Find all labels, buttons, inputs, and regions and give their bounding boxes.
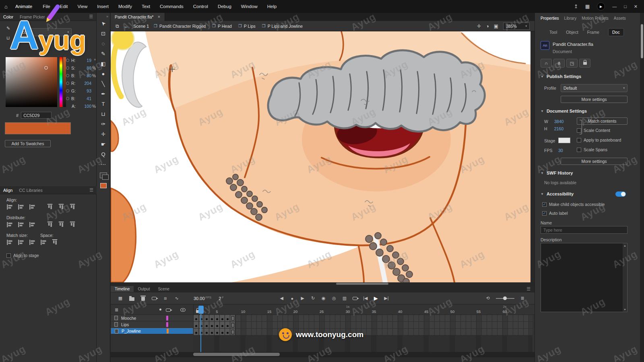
menu-modify[interactable]: Modify: [118, 4, 132, 9]
width-value[interactable]: 3840: [554, 119, 564, 124]
checkbox-checked-icon[interactable]: ✓: [542, 211, 547, 216]
publish-more-settings-button[interactable]: More settings: [561, 96, 627, 103]
keyframe-cell[interactable]: [199, 315, 204, 321]
lock-icon[interactable]: [579, 59, 590, 68]
keyframe-cell[interactable]: [194, 315, 199, 321]
height-value[interactable]: 2160: [554, 126, 564, 131]
panel-menu-icon[interactable]: ☰: [89, 187, 93, 193]
keyframe-cell[interactable]: [225, 329, 230, 335]
keyframe-cell[interactable]: [209, 315, 215, 321]
description-textarea[interactable]: [541, 243, 627, 312]
tab-align[interactable]: Align: [3, 188, 12, 193]
keyframe-cell[interactable]: [215, 315, 220, 321]
checkbox-icon[interactable]: [6, 253, 11, 258]
text-tool-icon[interactable]: T: [98, 99, 109, 109]
scroll-up-icon[interactable]: ▲: [623, 244, 626, 247]
playhead-marker[interactable]: [198, 306, 204, 314]
subselection-tool-icon[interactable]: ⊡: [98, 29, 109, 39]
distribute-center-vertical-icon[interactable]: [18, 222, 25, 227]
tab-scene[interactable]: Scene: [154, 286, 173, 292]
stroke-color-icon[interactable]: ✎: [6, 26, 10, 31]
edit-symbol-icon[interactable]: [100, 173, 107, 178]
outline-column-icon[interactable]: [159, 309, 161, 311]
channel-value[interactable]: 19: [78, 58, 91, 63]
hand-tool-icon[interactable]: ☛: [98, 139, 109, 149]
radio-icon[interactable]: [66, 59, 69, 62]
menu-view[interactable]: View: [78, 4, 88, 9]
quick-share-play-icon[interactable]: ▶: [597, 2, 605, 10]
distribute-center-horizontal-icon[interactable]: [59, 221, 64, 228]
fill-color-icon[interactable]: ⊔: [6, 35, 10, 41]
rotation-icon[interactable]: ◑: [486, 23, 489, 29]
hex-input[interactable]: [21, 112, 52, 119]
space-horizontal-icon[interactable]: [52, 239, 58, 246]
edit-symbols-icon[interactable]: ⧉: [116, 23, 119, 29]
menu-help[interactable]: Help: [267, 4, 277, 9]
layer-color-chip[interactable]: [167, 329, 169, 333]
align-center-horizontal-icon[interactable]: [18, 204, 25, 210]
panel-menu-icon[interactable]: ☰: [89, 14, 93, 19]
menu-window[interactable]: Window: [241, 4, 258, 9]
share-icon[interactable]: ↥: [574, 4, 578, 9]
alpha-slider[interactable]: [63, 57, 66, 107]
play-icon[interactable]: ▶: [371, 295, 381, 301]
checkbox-icon[interactable]: [577, 138, 581, 142]
line-tool-icon[interactable]: ╲: [98, 79, 109, 89]
channel-value[interactable]: 93: [78, 88, 91, 93]
close-tab-icon[interactable]: ✕: [157, 15, 161, 19]
apply-to-pasteboard-checkbox[interactable]: Apply to pasteboard: [577, 138, 621, 142]
stage-vertical-scrollbar[interactable]: [530, 31, 535, 282]
radio-icon[interactable]: [66, 89, 69, 93]
distribute-top-icon[interactable]: [6, 222, 13, 227]
delete-icon[interactable]: [138, 296, 148, 301]
channel-value[interactable]: 100: [78, 104, 91, 109]
add-to-swatches-button[interactable]: Add To Swatches: [5, 140, 51, 147]
keyframe-cell[interactable]: [215, 322, 220, 328]
current-frame-value[interactable]: 2: [219, 296, 221, 301]
menu-control[interactable]: Control: [193, 4, 208, 9]
tab-cc-libraries[interactable]: CC Libraries: [19, 188, 42, 193]
match-contents-button[interactable]: Match contents: [577, 117, 627, 125]
maximize-button[interactable]: □: [624, 4, 627, 9]
fps-value[interactable]: 30.00: [194, 296, 205, 301]
checkbox-icon[interactable]: [577, 148, 581, 152]
scrollbar-thumb[interactable]: [193, 353, 280, 356]
keyframe-cell[interactable]: [225, 315, 230, 321]
slider-knob[interactable]: [503, 296, 507, 300]
channel-value[interactable]: 80: [78, 73, 91, 78]
align-bottom-icon[interactable]: [70, 204, 76, 210]
app-menu-animate[interactable]: Animate: [15, 4, 32, 9]
timeline-zoom-slider[interactable]: [496, 298, 514, 299]
breadcrumb-item[interactable]: ❒P Lips and Jowline: [262, 24, 303, 29]
stage-canvas[interactable]: [111, 31, 530, 282]
oval-tool-icon[interactable]: ●: [98, 69, 109, 79]
menu-file[interactable]: File: [43, 4, 50, 9]
onion-outline-icon[interactable]: ◎: [329, 295, 339, 301]
edit-multiple-frames-icon[interactable]: ▥: [340, 295, 349, 301]
channel-value[interactable]: 80: [78, 66, 91, 70]
menu-edit[interactable]: Edit: [60, 4, 68, 9]
insert-keyframe-icon[interactable]: ▦: [116, 296, 125, 301]
hue-slider[interactable]: [60, 57, 62, 107]
scrollbar-thumb[interactable]: [641, 24, 643, 58]
rig-icon[interactable]: ⋔: [553, 59, 565, 68]
keyframe-cell[interactable]: [209, 322, 215, 328]
textarea-scrollbar[interactable]: ▲▼: [623, 243, 627, 312]
end-frame-cell[interactable]: [230, 322, 235, 328]
end-frame-cell[interactable]: [230, 329, 235, 335]
document-tab[interactable]: Pandit Character.fla* ✕: [111, 13, 165, 21]
new-folder-icon[interactable]: [127, 296, 136, 301]
window-scrollbar[interactable]: [640, 13, 644, 362]
breadcrumb-item[interactable]: ❒Pandit Character Rigged: [154, 24, 206, 29]
more-tools-icon[interactable]: ⋯: [98, 159, 109, 169]
keyframe-cell[interactable]: [194, 329, 199, 335]
keyframe-cell[interactable]: [204, 322, 209, 328]
layer-depth-icon[interactable]: ⧈: [161, 296, 170, 301]
asset-warp-tool-icon[interactable]: ✛: [98, 129, 109, 139]
close-button[interactable]: ✕: [634, 4, 638, 9]
collapse-panel-icon[interactable]: »: [106, 14, 108, 19]
workspace-icon[interactable]: ▦: [585, 4, 590, 9]
auto-label-checkbox[interactable]: ✓Auto label: [542, 211, 568, 216]
radio-icon[interactable]: [66, 74, 69, 77]
camera-column-icon[interactable]: [166, 309, 171, 312]
